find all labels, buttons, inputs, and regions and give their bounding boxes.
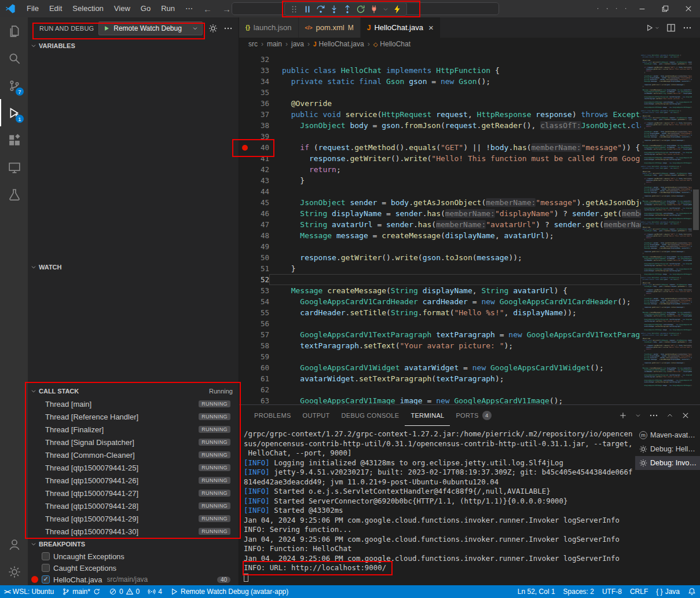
breadcrumb-hellochat-java[interactable]: JHelloChat.java [313, 40, 364, 48]
maximize-panel-button[interactable] [666, 412, 673, 419]
disconnect-button[interactable] [369, 5, 379, 14]
minimap[interactable]: public class HelloChat implements HttpFu… [641, 50, 692, 404]
step-into-button[interactable] [329, 5, 339, 14]
more-actions-icon[interactable] [223, 24, 233, 33]
step-over-button[interactable] [316, 5, 325, 14]
menu-edit[interactable]: Edit [44, 0, 67, 17]
activity-remote-explorer[interactable] [0, 154, 28, 181]
editor-tab-HelloChat-java[interactable]: JHelloChat.java× [361, 17, 441, 38]
toggle-panel-icon[interactable] [603, 4, 612, 13]
encoding[interactable]: UTF-8 [598, 585, 626, 598]
menu-file[interactable]: File [21, 0, 44, 17]
terminal-session[interactable]: Debug: Invo… [635, 456, 700, 470]
branch-indicator[interactable]: main* [58, 585, 105, 598]
panel-tab-debug-console[interactable]: DEBUG CONSOLE [336, 405, 405, 426]
notifications[interactable] [684, 585, 700, 598]
breakpoint-dot[interactable] [239, 142, 251, 153]
chevron-down-icon[interactable] [383, 6, 389, 12]
toggle-sidebar-icon[interactable] [593, 4, 603, 13]
call-stack-thread[interactable]: Thread [Reference Handler]RUNNING [28, 410, 239, 423]
call-stack-thread[interactable]: Thread [Signal Dispatcher]RUNNING [28, 436, 239, 448]
editor-tab-pom-xml[interactable]: </>pom.xmlM [299, 17, 361, 38]
checkbox[interactable]: ✓ [42, 575, 50, 584]
menu-view[interactable]: View [109, 0, 135, 17]
panel-tab-output[interactable]: OUTPUT [297, 405, 336, 426]
restart-button[interactable] [356, 5, 365, 14]
drag-handle-icon[interactable] [289, 5, 299, 14]
activity-settings[interactable] [0, 558, 28, 585]
editor-tab-launch-json[interactable]: {}launch.json [239, 17, 299, 38]
breadcrumb-hellochat[interactable]: ◇HelloChat [373, 40, 411, 48]
ports-indicator[interactable]: 4 [144, 585, 166, 598]
indentation[interactable]: Spaces: 2 [559, 585, 598, 598]
terminal-dropdown-chevron[interactable] [635, 413, 641, 418]
breakpoint-item[interactable]: ✓HelloChat.javasrc/main/java40 [28, 574, 239, 585]
breakpoint-item[interactable]: Caught Exceptions [28, 562, 239, 574]
minimize-button[interactable] [631, 0, 654, 17]
menu-go[interactable]: Go [135, 0, 156, 17]
menu-run[interactable]: Run [156, 0, 180, 17]
activity-run-debug[interactable]: 1 [0, 99, 28, 126]
call-stack-thread[interactable]: Thread [qtp1500079441-30]RUNNING [28, 525, 239, 538]
menu-more[interactable]: ⋯ [180, 0, 198, 17]
remote-indicator[interactable]: >< WSL: Ubuntu [0, 585, 58, 598]
breadcrumb-java[interactable]: java [291, 40, 304, 48]
breakpoint-item[interactable]: Uncaught Exceptions [28, 550, 239, 562]
call-stack-thread[interactable]: Thread [qtp1500079441-25]RUNNING [28, 461, 239, 474]
section-call-stack[interactable]: CALL STACK Running [28, 385, 239, 398]
panel-more-actions[interactable] [649, 411, 658, 420]
start-debug-icon[interactable] [103, 25, 110, 32]
call-stack-thread[interactable]: Thread [main]RUNNING [28, 398, 239, 410]
activity-explorer[interactable] [0, 17, 28, 45]
hot-code-replace-button[interactable] [393, 5, 402, 14]
debug-status[interactable]: Remote Watch Debug (avatar-app) [166, 585, 292, 598]
toggle-secondary-sidebar-icon[interactable] [612, 4, 621, 13]
panel-tab-problems[interactable]: PROBLEMS [248, 405, 297, 426]
section-variables[interactable]: VARIABLES [28, 39, 239, 52]
launch-config-dropdown[interactable]: Remote Watch Debug [98, 21, 203, 35]
cursor-position[interactable]: Ln 52, Col 1 [514, 585, 559, 598]
scrollbar-slider[interactable] [693, 189, 699, 230]
customize-layout-icon[interactable] [621, 4, 631, 13]
activity-testing[interactable] [0, 181, 28, 208]
call-stack-thread[interactable]: Thread [Finalizer]RUNNING [28, 423, 239, 436]
panel-tab-terminal[interactable]: TERMINAL [405, 405, 450, 426]
close-icon[interactable]: × [428, 23, 434, 32]
panel-tab-ports[interactable]: PORTS4 [450, 405, 497, 426]
restore-button[interactable] [654, 0, 677, 17]
close-button[interactable] [677, 0, 700, 17]
close-panel-button[interactable] [681, 411, 690, 420]
section-watch[interactable]: WATCH [28, 261, 239, 274]
activity-accounts[interactable] [0, 531, 28, 558]
call-stack-thread[interactable]: Thread [qtp1500079441-28]RUNNING [28, 499, 239, 512]
code-editor[interactable]: 3233public class HelloChat implements Ht… [239, 50, 700, 404]
breadcrumb-main[interactable]: main [267, 40, 282, 48]
menu-selection[interactable]: Selection [67, 0, 108, 17]
terminal-session[interactable]: Debug: Hell… [635, 442, 700, 456]
call-stack-thread[interactable]: Thread [qtp1500079441-26]RUNNING [28, 474, 239, 487]
run-file-button[interactable] [646, 24, 659, 32]
terminal-output[interactable]: /grpc/grpc-context/1.27.2/grpc-context-1… [239, 426, 635, 585]
pause-button[interactable] [303, 5, 312, 14]
configure-launch-icon[interactable] [208, 24, 218, 33]
breadcrumb-src[interactable]: src [248, 40, 258, 48]
editor-scrollbar[interactable] [692, 50, 700, 404]
activity-extensions[interactable] [0, 126, 28, 154]
step-out-button[interactable] [343, 5, 352, 14]
call-stack-thread[interactable]: Thread [Common-Cleaner]RUNNING [28, 448, 239, 461]
eol-indicator[interactable]: CRLF [626, 585, 652, 598]
checkbox[interactable] [42, 564, 50, 572]
editor-more-actions[interactable] [683, 23, 692, 32]
activity-search[interactable] [0, 45, 28, 72]
back-button[interactable]: ← [198, 4, 217, 14]
terminal-session[interactable]: mMaven-avat… [635, 428, 700, 442]
call-stack-thread[interactable]: Thread [qtp1500079441-27]RUNNING [28, 487, 239, 499]
section-breakpoints[interactable]: BREAKPOINTS [28, 538, 239, 550]
activity-source-control[interactable]: 7 [0, 72, 28, 99]
new-terminal-button[interactable] [619, 411, 627, 420]
language-mode[interactable]: { } Java [652, 585, 684, 598]
split-editor-button[interactable] [666, 23, 676, 32]
call-stack-thread[interactable]: Thread [qtp1500079441-29]RUNNING [28, 512, 239, 525]
problems-indicator[interactable]: 0 0 [105, 585, 144, 598]
checkbox[interactable] [42, 552, 50, 560]
